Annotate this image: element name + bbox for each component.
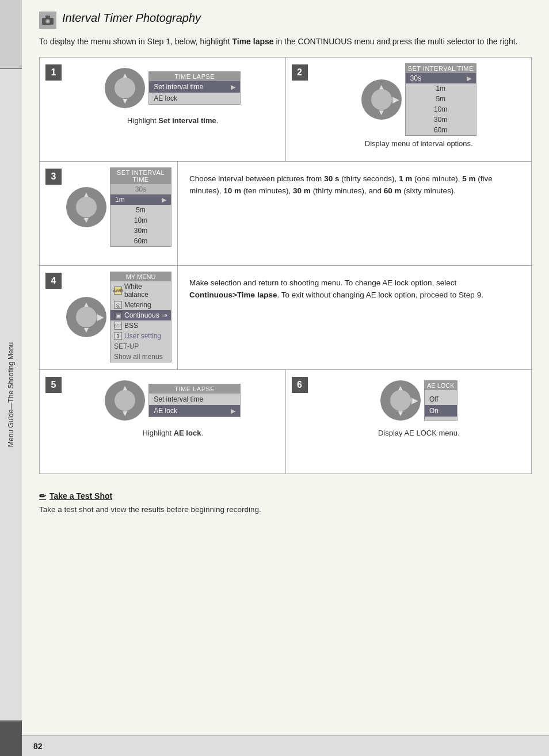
nav-wheel-3: ▲ ▼	[66, 187, 106, 227]
steps-row-4: 4 ▲ ▼ ▶ MY MENU AWB Whi	[40, 266, 531, 370]
arrow-2: ▶	[467, 75, 471, 82]
camera-icon	[39, 12, 56, 29]
step-1-nav-menu: ▲ ▼ TIME LAPSE Set interval time ▶ AE lo…	[105, 63, 241, 113]
step-2-content: ▲ ▼ ▶ SET INTERVAL TIME 30s ▶	[312, 63, 526, 148]
intro-bold: Time lapse	[232, 37, 273, 46]
step-4-bss: BSS BSS	[110, 320, 171, 331]
step-4-desc: Make selection and return to shooting me…	[184, 272, 525, 307]
step-4-nav-menu: ▲ ▼ ▶ MY MENU AWB White balance	[66, 272, 171, 362]
step-2-badge: 2	[292, 64, 308, 81]
step-4-setup: SET-UP	[110, 341, 171, 352]
step-3-menu: SET INTERVAL TIME 30s 1m ▶ 5m 10m 30m 60…	[110, 167, 171, 247]
step-5-content: ▲ ▼ TIME LAPSE Set interval time AE lock…	[66, 376, 280, 437]
sidebar-top	[0, 0, 22, 69]
intro-text-before: To display the menu shown in Step 1, bel…	[39, 37, 232, 46]
sidebar-bottom	[0, 721, 22, 756]
sidebar-label: Menu Guide—The Shooting Menu	[0, 69, 22, 721]
step-4-wb: AWB White balance	[110, 281, 171, 300]
wb-icon: AWB	[114, 287, 122, 295]
step-4-metering: ◎ Metering	[110, 300, 171, 310]
nav-wheel-6: ▲ ▼ ▶	[380, 380, 421, 421]
step-3-nav-menu: ▲ ▼ SET INTERVAL TIME 30s 1m ▶ 5m	[66, 167, 171, 247]
nav-center-2	[371, 89, 392, 110]
svg-rect-3	[45, 16, 50, 18]
step-2-item-30m: 30m	[406, 114, 476, 125]
intro-text-after: in the CONTINUOUS menu and press the mul…	[274, 37, 518, 46]
steps-row-5-6: 5 ▲ ▼ TIME LAPSE Set interval time AE l	[40, 370, 531, 474]
step-2-menu: SET INTERVAL TIME 30s ▶ 1m 5m 10m 30m 60…	[405, 63, 476, 136]
step-5-menu: TIME LAPSE Set interval time AE lock ▶	[148, 384, 241, 417]
intro-paragraph: To display the menu shown in Step 1, bel…	[39, 36, 532, 48]
step-3-desc-cell: Choose interval between pictures from 30…	[178, 162, 531, 265]
step-2-item-30s: 30s ▶	[406, 73, 476, 83]
step-3-item-1m: 1m ▶	[110, 194, 171, 205]
step-3-item-30m: 30m	[110, 226, 171, 236]
step-1-caption: Highlight Set interval time.	[127, 116, 218, 125]
step-3-item-30s: 30s	[110, 184, 171, 194]
continuous-arrow: ⇒	[162, 311, 167, 319]
nav-center-6	[390, 390, 411, 411]
step-6-nav-menu: ▲ ▼ ▶ AE LOCK Off ▶	[380, 376, 458, 425]
nav-wheel-5: ▲ ▼	[105, 380, 145, 421]
nav-wheel-1: ▲ ▼	[105, 68, 145, 108]
step-1-item-1: Set interval time ▶	[149, 81, 240, 93]
step-2-caption: Display menu of interval options.	[365, 139, 473, 148]
step-3-badge: 3	[45, 169, 62, 185]
metering-icon: ◎	[114, 301, 122, 309]
step-3-menu-title: SET INTERVAL TIME	[110, 168, 171, 184]
step-4-user: 1 User setting	[110, 331, 171, 341]
nav-center-4	[76, 307, 97, 327]
page-number: 82	[33, 742, 43, 751]
step-4-cell: 4 ▲ ▼ ▶ MY MENU AWB Whi	[40, 266, 178, 369]
main-content: Interval Timer Photography To display th…	[22, 0, 549, 533]
step-3-item-5m: 5m	[110, 205, 171, 215]
step-6-cell: 6 ▲ ▼ ▶ AE LOCK Off	[286, 370, 532, 474]
arrow-6: ▶	[448, 396, 452, 403]
step-6-menu-title: AE LOCK	[425, 381, 457, 390]
step-5-item-1: Set interval time	[149, 394, 240, 405]
step-5-item-2: AE lock ▶	[149, 405, 240, 417]
user-icon: 1	[114, 332, 122, 340]
step-3-cell: 3 ▲ ▼ SET INTERVAL TIME 30s 1m	[40, 162, 178, 265]
arrow-3: ▶	[162, 196, 166, 204]
step-2-menu-title: SET INTERVAL TIME	[406, 64, 476, 73]
steps-grid: 1 ▲ ▼ TIME LAPSE Set interv	[39, 57, 532, 474]
step-4-desc-cell: Make selection and return to shooting me…	[178, 266, 531, 369]
step-4-continuous: ▣ Continuous ⇒	[110, 310, 171, 320]
step-1-cell: 1 ▲ ▼ TIME LAPSE Set interv	[40, 58, 286, 161]
step-1-content: ▲ ▼ TIME LAPSE Set interval time ▶ AE lo…	[66, 63, 280, 125]
step-6-badge: 6	[292, 377, 308, 393]
nav-center-3	[76, 197, 97, 217]
page-number-bar: 82	[22, 735, 549, 756]
step-2-item-10m: 10m	[406, 104, 476, 114]
step-1-menu-title: TIME LAPSE	[149, 72, 240, 81]
steps-row-1-2: 1 ▲ ▼ TIME LAPSE Set interv	[40, 58, 531, 162]
step-6-menu: AE LOCK Off ▶ On	[424, 380, 458, 421]
nav-wheel-4: ▲ ▼ ▶	[66, 297, 106, 337]
pencil-icon: ✏	[39, 491, 46, 501]
svg-point-2	[47, 20, 49, 23]
nav-right-4: ▶	[97, 312, 104, 322]
step-5-caption: Highlight AE lock.	[142, 429, 203, 437]
step-5-nav-menu: ▲ ▼ TIME LAPSE Set interval time AE lock…	[105, 376, 241, 425]
title-section: Interval Timer Photography	[39, 12, 532, 29]
step-4-content: ▲ ▼ ▶ MY MENU AWB White balance	[66, 272, 171, 362]
step-3-item-10m: 10m	[110, 215, 171, 226]
nav-center-5	[115, 390, 135, 411]
step-5-badge: 5	[45, 377, 62, 393]
step-4-menu-title: MY MENU	[110, 272, 171, 281]
step-1-menu: TIME LAPSE Set interval time ▶ AE lock	[148, 71, 241, 105]
nav-right-6: ▶	[411, 396, 418, 405]
continuous-icon: ▣	[114, 311, 122, 319]
step-3-content: ▲ ▼ SET INTERVAL TIME 30s 1m ▶ 5m	[66, 167, 171, 247]
step-6-off: Off ▶	[425, 394, 457, 405]
page-title: Interval Timer Photography	[62, 12, 201, 25]
step-4-badge: 4	[45, 273, 62, 289]
arrow-5: ▶	[231, 407, 235, 415]
step-2-item-60m: 60m	[406, 125, 476, 135]
step-2-cell: 2 ▲ ▼ ▶ SET INTERVAL TIME	[286, 58, 532, 161]
step-2-nav-menu: ▲ ▼ ▶ SET INTERVAL TIME 30s ▶	[361, 63, 476, 136]
step-5-cell: 5 ▲ ▼ TIME LAPSE Set interval time AE l	[40, 370, 286, 474]
step-4-menu: MY MENU AWB White balance ◎ Metering	[110, 272, 171, 362]
nav-right-2: ▶	[392, 95, 399, 104]
